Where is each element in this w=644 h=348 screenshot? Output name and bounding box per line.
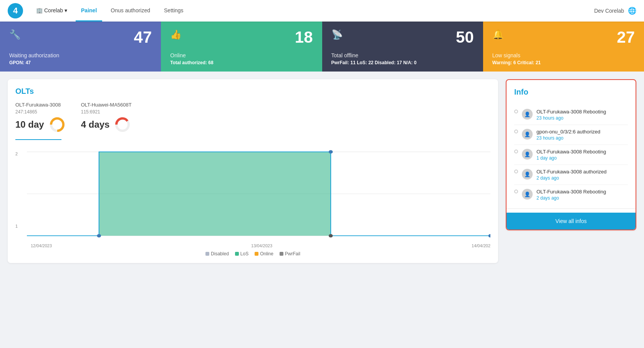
info-event-2: OLT-Furukawa-3008 Rebooting [536, 149, 628, 155]
olt-furukawa-tab [15, 139, 61, 140]
chart-x-labels: 12/04/2023 13/04/2023 14/04/202 [15, 243, 490, 248]
avatar-2: 👤 [522, 149, 533, 160]
grid-icon: 🏢 [36, 7, 43, 13]
info-time-4: 2 days ago [536, 195, 628, 201]
y-label-1: 1 [15, 224, 18, 228]
info-dot-1 [514, 130, 518, 133]
low-signals-title: Low signals [492, 52, 635, 58]
chevron-down-icon: ▾ [65, 7, 67, 13]
waiting-subtitle: GPON: 47 [9, 60, 152, 65]
olt-furukawa-donut [49, 116, 66, 133]
olt-items: OLT-Furukawa-3008 247:14865 10 day OLT-H… [15, 102, 490, 140]
olt-furukawa-name: OLT-Furukawa-3008 [15, 102, 66, 108]
svg-point-12 [329, 234, 333, 238]
olt-furukawa-duration: 10 day [15, 119, 44, 130]
nav-onus-label: Onus authorized [111, 7, 150, 13]
nav-painel-label: Painel [81, 7, 97, 13]
olt-item-furukawa[interactable]: OLT-Furukawa-3008 247:14865 10 day [15, 102, 66, 140]
stat-card-low-signals[interactable]: 🔔 27 Low signals Warning: 6 Critical: 21 [483, 22, 644, 72]
info-item-3: 👤 OLT-Furukawa-3008 authorized 2 days ag… [514, 165, 628, 185]
olt-huawei-donut [114, 116, 131, 133]
info-time-0: 23 hours ago [536, 115, 628, 121]
nav-settings-label: Settings [164, 7, 184, 13]
legend-online-label: Online [260, 251, 273, 256]
globe-icon[interactable]: 🌐 [628, 7, 636, 15]
nav-item-corelab[interactable]: 🏢 Corelab ▾ [31, 0, 73, 22]
nav-items: 🏢 Corelab ▾ Painel Onus authorized Setti… [31, 0, 594, 22]
x-label-1: 12/04/2023 [31, 243, 52, 248]
info-dot-2 [514, 150, 518, 153]
low-signals-count: 27 [617, 29, 635, 45]
stat-card-offline[interactable]: 📡 50 Total offline PwrFail: 11 LoS: 22 D… [322, 22, 483, 72]
info-time-3: 2 days ago [536, 175, 628, 181]
stat-card-waiting[interactable]: 🔧 47 Waiting authorization GPON: 47 [0, 22, 161, 72]
legend-pwrfail: PwrFail [280, 251, 300, 256]
info-item-2: 👤 OLT-Furukawa-3008 Rebooting 1 day ago [514, 145, 628, 165]
y-label-2: 2 [15, 152, 18, 156]
svg-point-10 [97, 234, 101, 238]
nav-corelab-label: Corelab [44, 7, 63, 13]
nav-right: Dev Corelab 🌐 [594, 7, 636, 15]
olts-panel: OLTs OLT-Furukawa-3008 247:14865 10 day … [8, 79, 498, 263]
nav-item-onus-authorized[interactable]: Onus authorized [105, 0, 156, 22]
olt-furukawa-stats: 247:14865 [15, 109, 66, 115]
waiting-title: Waiting authorization [9, 52, 152, 58]
online-count: 18 [295, 29, 313, 45]
online-dot [255, 252, 258, 256]
chart-legend: Disabled LoS Online PwrFail [15, 251, 490, 256]
info-event-1: gpon-onu_0/3/2:6 authorized [536, 129, 628, 135]
avatar-4: 👤 [522, 189, 533, 200]
info-separator [507, 208, 636, 209]
olts-title: OLTs [15, 87, 490, 96]
info-panel: Info 👤 OLT-Furukawa-3008 Rebooting 23 ho… [506, 79, 636, 230]
stat-card-online[interactable]: 👍 18 Online Total authorized: 68 [161, 22, 322, 72]
info-event-4: OLT-Furukawa-3008 Rebooting [536, 189, 628, 195]
logo[interactable]: 4 [8, 3, 23, 18]
waiting-count: 47 [134, 29, 152, 45]
los-dot [235, 252, 239, 256]
nav-item-settings[interactable]: Settings [159, 0, 189, 22]
chart-y-labels: 2 1 [15, 148, 18, 232]
bell-icon: 🔔 [492, 29, 504, 40]
olt-item-huawei[interactable]: OLT-Huawei-MA5608T 115:6921 4 days [81, 102, 132, 140]
legend-los-label: LoS [240, 251, 248, 256]
pwrfail-dot [280, 252, 283, 256]
olt-huawei-stats: 115:6921 [81, 109, 132, 115]
olt-huawei-duration: 4 days [81, 119, 110, 130]
online-title: Online [170, 52, 313, 58]
info-time-2: 1 day ago [536, 155, 628, 161]
olt-huawei-name: OLT-Huawei-MA5608T [81, 102, 132, 108]
svg-point-11 [329, 150, 333, 154]
svg-point-13 [488, 234, 490, 238]
legend-disabled: Disabled [205, 251, 229, 256]
navbar: 4 🏢 Corelab ▾ Painel Onus authorized Set… [0, 0, 644, 22]
view-all-button[interactable]: View all infos [507, 213, 636, 230]
avatar-0: 👤 [522, 109, 533, 120]
online-subtitle: Total authorized: 68 [170, 60, 313, 65]
info-dot-4 [514, 190, 518, 193]
info-dot-3 [514, 170, 518, 173]
legend-disabled-label: Disabled [211, 251, 229, 256]
legend-los: LoS [235, 251, 248, 256]
info-item-0: 👤 OLT-Furukawa-3008 Rebooting 23 hours a… [514, 105, 628, 125]
offline-title: Total offline [331, 52, 474, 58]
wrench-icon: 🔧 [9, 29, 21, 40]
svg-text:4: 4 [13, 6, 18, 15]
low-signals-subtitle: Warning: 6 Critical: 21 [492, 60, 635, 65]
info-title: Info [514, 88, 628, 97]
stat-cards: 🔧 47 Waiting authorization GPON: 47 👍 18… [0, 22, 644, 72]
info-panel-header: Info [507, 80, 636, 105]
info-time-1: 23 hours ago [536, 135, 628, 141]
info-items: 👤 OLT-Furukawa-3008 Rebooting 23 hours a… [507, 105, 636, 205]
main-content: OLTs OLT-Furukawa-3008 247:14865 10 day … [0, 72, 644, 271]
avatar-1: 👤 [522, 129, 533, 140]
avatar-3: 👤 [522, 169, 533, 180]
disabled-dot [205, 252, 209, 256]
legend-pwrfail-label: PwrFail [285, 251, 300, 256]
info-item-1: 👤 gpon-onu_0/3/2:6 authorized 23 hours a… [514, 125, 628, 145]
x-label-2: 13/04/2023 [251, 243, 272, 248]
nav-item-painel[interactable]: Painel [76, 0, 102, 22]
info-event-0: OLT-Furukawa-3008 Rebooting [536, 109, 628, 115]
thumbs-up-icon: 👍 [170, 29, 182, 40]
user-name: Dev Corelab [594, 8, 624, 14]
